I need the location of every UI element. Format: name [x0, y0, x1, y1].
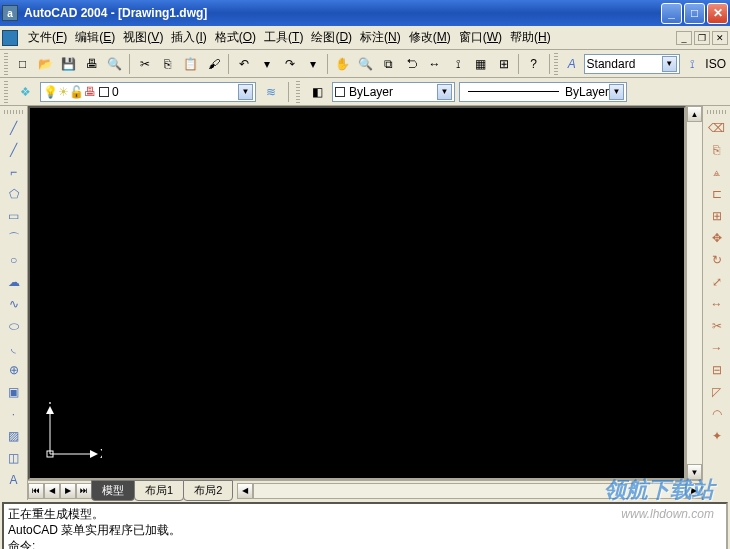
cut-icon[interactable]: ✂	[134, 53, 156, 75]
plot-icon[interactable]: 🖶	[81, 53, 103, 75]
layer-mgr-icon[interactable]: ❖	[14, 81, 36, 103]
layout-tab-2[interactable]: 布局2	[183, 480, 233, 501]
color-combo[interactable]: ByLayer ▼	[332, 82, 455, 102]
array-icon[interactable]: ⊞	[706, 205, 728, 227]
layer-prev-icon[interactable]: ≋	[260, 81, 282, 103]
linetype-combo[interactable]: ByLayer ▼	[459, 82, 627, 102]
toolbar-grip[interactable]	[296, 81, 300, 103]
mtext-icon[interactable]: A	[3, 469, 25, 491]
dc-icon[interactable]: ⊞	[493, 53, 515, 75]
chamfer-icon[interactable]: ◸	[706, 381, 728, 403]
matchprop-icon[interactable]: 🖌	[203, 53, 225, 75]
spline-icon[interactable]: ∿	[3, 293, 25, 315]
menu-item-6[interactable]: 绘图(D)	[307, 27, 356, 48]
line-icon[interactable]: ╱	[3, 117, 25, 139]
toolbar-grip[interactable]	[4, 110, 24, 114]
layout-tab-1[interactable]: 布局1	[134, 480, 184, 501]
dimstyle-icon[interactable]: ⟟	[682, 53, 702, 75]
extend-icon[interactable]: →	[706, 337, 728, 359]
redo-drop-icon[interactable]: ▾	[302, 53, 324, 75]
menu-item-5[interactable]: 工具(T)	[260, 27, 307, 48]
rotate-icon[interactable]: ↻	[706, 249, 728, 271]
menu-item-8[interactable]: 修改(M)	[405, 27, 455, 48]
properties-icon[interactable]: ▦	[470, 53, 492, 75]
scroll-up-icon[interactable]: ▲	[687, 106, 702, 122]
erase-icon[interactable]: ⌫	[706, 117, 728, 139]
fillet-icon[interactable]: ◠	[706, 403, 728, 425]
zoomprev-icon[interactable]: ⮌	[401, 53, 423, 75]
insert-icon[interactable]: ⊕	[3, 359, 25, 381]
menu-item-3[interactable]: 插入(I)	[167, 27, 210, 48]
menu-item-4[interactable]: 格式(O)	[211, 27, 260, 48]
scroll-left-icon[interactable]: ◀	[237, 483, 253, 499]
new-icon[interactable]: □	[12, 53, 34, 75]
mdi-restore-button[interactable]: ❐	[694, 31, 710, 45]
acad-logo-icon[interactable]	[2, 30, 18, 46]
trim-icon[interactable]: ✂	[706, 315, 728, 337]
mdi-close-button[interactable]: ✕	[712, 31, 728, 45]
ellipse-icon[interactable]: ⬭	[3, 315, 25, 337]
tab-last-icon[interactable]: ⏭	[76, 483, 92, 499]
stretch-icon[interactable]: ↔	[706, 293, 728, 315]
hatch-icon[interactable]: ▨	[3, 425, 25, 447]
maximize-button[interactable]: □	[684, 3, 705, 24]
scroll-down-icon[interactable]: ▼	[687, 464, 702, 480]
scale-icon[interactable]: ⤢	[706, 271, 728, 293]
rectangle-icon[interactable]: ▭	[3, 205, 25, 227]
pan-icon[interactable]: ✋	[332, 53, 354, 75]
redo-icon[interactable]: ↷	[279, 53, 301, 75]
menu-item-10[interactable]: 帮助(H)	[506, 27, 555, 48]
point-icon[interactable]: ·	[3, 403, 25, 425]
help-icon[interactable]: ?	[523, 53, 545, 75]
dropdown-arrow-icon[interactable]: ▼	[662, 56, 677, 72]
vertical-scrollbar[interactable]: ▲ ▼	[686, 106, 702, 480]
tab-next-icon[interactable]: ▶	[60, 483, 76, 499]
close-button[interactable]: ✕	[707, 3, 728, 24]
textstyle-icon[interactable]: A	[562, 53, 582, 75]
ellipsearc-icon[interactable]: ◟	[3, 337, 25, 359]
menu-item-7[interactable]: 标注(N)	[356, 27, 405, 48]
minimize-button[interactable]: _	[661, 3, 682, 24]
menu-item-1[interactable]: 编辑(E)	[71, 27, 119, 48]
mdi-minimize-button[interactable]: _	[676, 31, 692, 45]
toolbar-grip[interactable]	[707, 110, 727, 114]
revcloud-icon[interactable]: ☁	[3, 271, 25, 293]
tab-first-icon[interactable]: ⏮	[28, 483, 44, 499]
paste-icon[interactable]: 📋	[180, 53, 202, 75]
drawing-canvas[interactable]: Y X	[28, 106, 686, 480]
color-control-icon[interactable]: ◧	[306, 81, 328, 103]
horizontal-scrollbar[interactable]: ◀ ▶	[237, 483, 702, 499]
pline-icon[interactable]: ⌐	[3, 161, 25, 183]
break-icon[interactable]: ⊟	[706, 359, 728, 381]
undo-icon[interactable]: ↶	[233, 53, 255, 75]
open-icon[interactable]: 📂	[35, 53, 57, 75]
scroll-right-icon[interactable]: ▶	[686, 483, 702, 499]
textstyle-combo[interactable]: Standard ▼	[584, 54, 680, 74]
undo-drop-icon[interactable]: ▾	[256, 53, 278, 75]
copy-icon[interactable]: ⎘	[157, 53, 179, 75]
block-icon[interactable]: ▣	[3, 381, 25, 403]
zoomrt-icon[interactable]: 🔍	[355, 53, 377, 75]
toolbar-grip[interactable]	[4, 53, 8, 75]
qdim-icon[interactable]: ⟟	[447, 53, 469, 75]
explode-icon[interactable]: ✦	[706, 425, 728, 447]
region-icon[interactable]: ◫	[3, 447, 25, 469]
command-window[interactable]: 正在重生成模型。AutoCAD 菜单实用程序已加载。命令:	[2, 502, 728, 549]
mirror-icon[interactable]: ⟁	[706, 161, 728, 183]
circle-icon[interactable]: ○	[3, 249, 25, 271]
dropdown-arrow-icon[interactable]: ▼	[238, 84, 253, 100]
toolbar-grip[interactable]	[554, 53, 558, 75]
offset-icon[interactable]: ⊏	[706, 183, 728, 205]
polygon-icon[interactable]: ⬠	[3, 183, 25, 205]
menu-item-2[interactable]: 视图(V)	[119, 27, 167, 48]
arc-icon[interactable]: ⌒	[3, 227, 25, 249]
menu-item-0[interactable]: 文件(F)	[24, 27, 71, 48]
preview-icon[interactable]: 🔍	[104, 53, 126, 75]
dropdown-arrow-icon[interactable]: ▼	[609, 84, 624, 100]
toolbar-grip[interactable]	[4, 81, 8, 103]
menu-item-9[interactable]: 窗口(W)	[455, 27, 506, 48]
tab-prev-icon[interactable]: ◀	[44, 483, 60, 499]
layout-tab-0[interactable]: 模型	[91, 480, 135, 501]
zoomwin-icon[interactable]: ⧉	[378, 53, 400, 75]
dist-icon[interactable]: ↔	[424, 53, 446, 75]
